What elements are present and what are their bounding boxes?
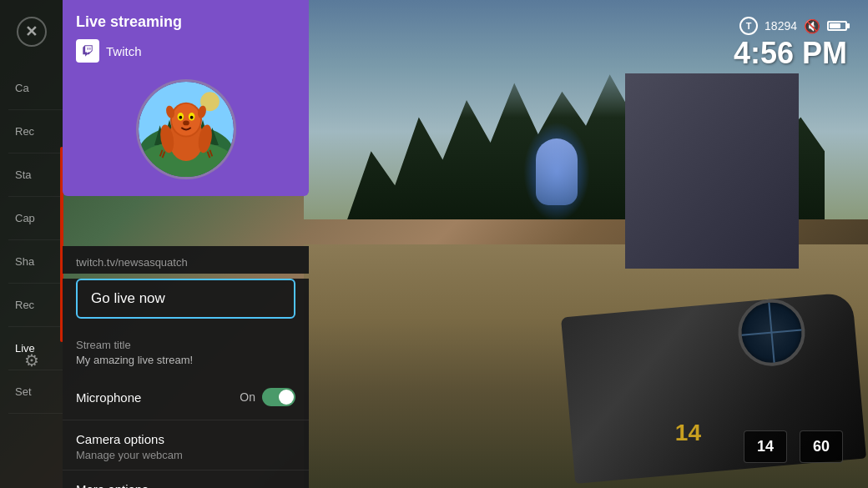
stream-title-section: Stream title My amazing live stream! (63, 329, 309, 375)
more-options-label: More options (76, 482, 295, 488)
gamerscore-icon: T (739, 17, 758, 35)
card-header: Live streaming (63, 0, 309, 39)
avatar-area (63, 71, 309, 196)
battery-icon (827, 21, 847, 31)
left-sidebar: ✕ Ca Rec Sta Cap Sha Rec Live Set ⚙ (0, 0, 63, 488)
hud-health-number: 14 (675, 420, 701, 446)
camera-options-sub: Manage your webcam (76, 449, 295, 461)
clock-time: 4:56 PM (734, 37, 847, 70)
camera-options-section[interactable]: Camera options Manage your webcam (63, 420, 309, 470)
stream-title-label: Stream title (76, 339, 295, 351)
mute-icon: 🔇 (804, 18, 820, 34)
sidebar-item-sta: Sta (8, 153, 63, 197)
card-title: Live streaming (76, 13, 182, 31)
microphone-label: Microphone (76, 390, 141, 405)
live-streaming-card: Live streaming Twitch (63, 0, 309, 196)
sidebar-item-sha: Sha (8, 240, 63, 284)
svg-point-10 (171, 104, 199, 136)
channel-url: twitch.tv/newsasquatch (63, 246, 309, 274)
sidebar-item-set: Set (8, 370, 63, 414)
gamerscore-value: 18294 (765, 19, 797, 33)
more-options-section[interactable]: More options Audio & other settings (63, 470, 309, 488)
settings-cog-icon[interactable]: ⚙ (24, 350, 39, 370)
twitch-row: Twitch (63, 39, 309, 71)
twitch-logo (76, 39, 99, 63)
sidebar-item-rec1: Rec (8, 110, 63, 153)
microphone-option-right: On (240, 388, 295, 406)
weapon-scope (735, 296, 808, 369)
svg-point-13 (179, 116, 182, 119)
microphone-state-label: On (240, 390, 255, 404)
camera-options-label: Camera options (76, 432, 295, 446)
enemy-creature (523, 122, 590, 222)
creature-body (536, 138, 578, 205)
hud-ammo: 14 60 (744, 430, 843, 463)
microphone-toggle[interactable] (262, 388, 295, 406)
sidebar-item-cap: Cap (8, 197, 63, 240)
ammo-reserve: 60 (800, 430, 843, 463)
avatar-circle (136, 79, 236, 179)
svg-point-15 (183, 121, 189, 126)
svg-point-14 (189, 116, 193, 119)
stream-title-value: My amazing live stream! (76, 354, 295, 366)
go-live-button[interactable]: Go live now (76, 279, 295, 319)
building-structure (625, 73, 799, 269)
battery-fill (830, 23, 840, 28)
toggle-knob (279, 390, 294, 405)
microphone-option-row: Microphone On (63, 375, 309, 420)
sidebar-item-ca: Ca (8, 67, 63, 110)
twitch-platform-name: Twitch (106, 44, 142, 58)
xbox-logo: ✕ (17, 17, 47, 47)
menu-section: twitch.tv/newsasquatch Go live now Strea… (63, 246, 309, 488)
status-icons-row: T 18294 🔇 (734, 17, 847, 35)
sidebar-item-rec2: Rec (8, 284, 63, 327)
ammo-magazine: 14 (744, 430, 787, 463)
status-bar: T 18294 🔇 4:56 PM (734, 17, 847, 70)
avatar-svg (139, 82, 234, 177)
